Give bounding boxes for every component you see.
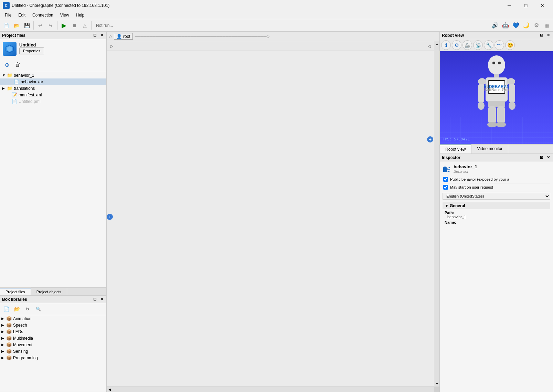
box-search-button[interactable]: 🔍: [33, 304, 43, 314]
svg-text:© SoftBank Group: © SoftBank Group: [480, 87, 513, 92]
tree-item-behaviorxar[interactable]: 📄 behavior.xar: [0, 78, 106, 85]
add-input-port-button[interactable]: +: [107, 214, 113, 220]
undo-button[interactable]: ↩: [35, 21, 45, 30]
scroll-left-button[interactable]: ◀: [107, 387, 112, 392]
close-inspector-button[interactable]: ✕: [545, 155, 551, 160]
save-button[interactable]: 💾: [22, 21, 32, 30]
main-toolbar: 📄 📂 💾 ↩ ↪ ▶ ⏹ △ Not run... 🔊 🤖 💙 🌙 ⚙ ▦: [0, 19, 553, 32]
box-item-movement[interactable]: ▶ 📦 Movement: [0, 341, 106, 348]
close-robot-view-button[interactable]: ✕: [545, 33, 551, 38]
svg-rect-26: [444, 167, 446, 168]
float-button[interactable]: ⊡: [92, 33, 97, 38]
path-value: behavior_1: [445, 215, 548, 219]
menu-help[interactable]: Help: [73, 12, 88, 18]
float-robot-view-button[interactable]: ⊡: [539, 33, 544, 38]
menu-connection[interactable]: Connection: [29, 12, 57, 18]
pause-button[interactable]: △: [80, 21, 89, 30]
info-robot-button[interactable]: ℹ: [441, 40, 451, 50]
scroll-up-button[interactable]: ▲: [434, 41, 439, 47]
canvas-scrollbar-v[interactable]: ▲ ▼: [434, 41, 439, 392]
robot-button[interactable]: 🤖: [501, 21, 510, 30]
grid-button[interactable]: ▦: [542, 21, 552, 30]
inspector-item-name: behavior_1: [454, 164, 477, 169]
svg-point-5: [492, 62, 495, 64]
menu-edit[interactable]: Edit: [15, 12, 29, 18]
tab-project-objects[interactable]: Project objects: [31, 288, 67, 295]
end-port-button[interactable]: ◁: [426, 43, 433, 50]
float-box-lib-button[interactable]: ⊡: [92, 297, 97, 302]
toolbar-separator-1: [33, 21, 34, 30]
redo-button[interactable]: ↪: [46, 21, 55, 30]
robot-figure-svg: ALDEBARAN © SoftBank Group: [472, 55, 521, 130]
properties-button[interactable]: Properties: [19, 47, 44, 54]
close-panel-button[interactable]: ✕: [99, 33, 104, 38]
box-new-button[interactable]: 📄: [1, 304, 11, 314]
scroll-down-button[interactable]: ▼: [434, 381, 439, 386]
close-button[interactable]: ✕: [534, 0, 550, 11]
box-item-multimedia[interactable]: ▶ 📦 Multimedia: [0, 335, 106, 341]
box-icon-movement: 📦: [6, 342, 12, 347]
delete-file-button[interactable]: 🗑: [13, 60, 23, 70]
box-arrow-programming: ▶: [1, 356, 6, 360]
new-file-button[interactable]: 📄: [1, 21, 11, 30]
close-box-lib-button[interactable]: ✕: [99, 297, 104, 302]
tree-item-pml[interactable]: 📄 Untitled.pml: [0, 98, 106, 105]
box-item-speech[interactable]: ▶ 📦 Speech: [0, 322, 106, 328]
svg-point-6: [498, 62, 501, 64]
tab-video-monitor[interactable]: Video monitor: [471, 145, 508, 153]
inspector-header: Inspector ⊡ ✕: [440, 154, 553, 161]
tab-project-files[interactable]: Project files: [0, 288, 31, 295]
moon-button[interactable]: 🌙: [521, 21, 531, 30]
open-button[interactable]: 📂: [12, 21, 21, 30]
language-selector[interactable]: English (UnitedStates): [443, 193, 550, 200]
play-button[interactable]: ▶: [59, 21, 69, 30]
audio-button[interactable]: 🔊: [490, 21, 500, 30]
svg-rect-22: [497, 106, 505, 124]
inspector-general-section[interactable]: ▼ General: [443, 202, 550, 209]
svg-rect-16: [478, 84, 484, 103]
tab-robot-view[interactable]: Robot view: [440, 145, 471, 153]
tree-item-behavior1[interactable]: ▼ 📁 behavior_1: [0, 72, 106, 78]
add-file-button[interactable]: ⊕: [2, 60, 12, 70]
public-behavior-checkbox[interactable]: [443, 177, 448, 182]
play-port-button[interactable]: ▷: [108, 43, 115, 50]
box-item-leds[interactable]: ▶ 📦 LEDs: [0, 328, 106, 335]
face-robot-button[interactable]: 😊: [505, 40, 515, 50]
sensors-robot-button[interactable]: 📡: [473, 40, 483, 50]
box-item-sensing[interactable]: ▶ 📦 Sensing: [0, 348, 106, 354]
box-reload-button[interactable]: ↻: [23, 304, 32, 314]
tree-item-manifest[interactable]: 📝 manifest.xml: [0, 92, 106, 98]
box-open-button[interactable]: 📂: [12, 304, 22, 314]
maximize-button[interactable]: □: [518, 0, 534, 11]
menu-view[interactable]: View: [57, 12, 73, 18]
box-arrow-leds: ▶: [1, 330, 6, 333]
joints-robot-button[interactable]: 🦾: [462, 40, 472, 50]
robot-view-tabs: Robot view Video monitor: [440, 144, 553, 153]
minimize-button[interactable]: ─: [501, 0, 517, 11]
svg-line-29: [447, 171, 450, 172]
settings-robot-button[interactable]: ⚙: [452, 40, 461, 50]
inspector-title: Inspector: [442, 155, 460, 160]
canvas-scrollbar-h[interactable]: ◀ ▶: [107, 386, 434, 392]
float-inspector-button[interactable]: ⊡: [539, 155, 544, 160]
inspector-name-field: Name:: [443, 220, 550, 225]
window-title: Untitled - Choregraphe (Connected to 192…: [12, 3, 501, 8]
folder-icon-translations: 📁: [7, 86, 12, 91]
canvas-corner: [434, 386, 439, 392]
wave-robot-button[interactable]: 〜: [494, 40, 504, 50]
config-robot-button[interactable]: 🔧: [484, 40, 493, 50]
menu-file[interactable]: File: [1, 12, 15, 18]
box-item-programming[interactable]: ▶ 📦 Programming: [0, 354, 106, 361]
add-output-port-button[interactable]: +: [427, 136, 433, 142]
svg-point-14: [478, 78, 486, 85]
may-start-checkbox[interactable]: [443, 185, 448, 190]
box-icon-animation: 📦: [6, 316, 12, 321]
inspector-header-controls: ⊡ ✕: [539, 155, 551, 160]
diagram-canvas[interactable]: ▷ ◁ + + ▲ ▼ ◀ ▶: [107, 41, 439, 392]
heart-button[interactable]: 💙: [511, 21, 521, 30]
breadcrumb-arrow: ◇: [109, 34, 112, 39]
box-item-animation[interactable]: ▶ 📦 Animation: [0, 315, 106, 322]
stop-button[interactable]: ⏹: [70, 21, 79, 30]
tree-item-translations[interactable]: ▶ 📁 translations: [0, 85, 106, 92]
settings-button[interactable]: ⚙: [532, 21, 541, 30]
